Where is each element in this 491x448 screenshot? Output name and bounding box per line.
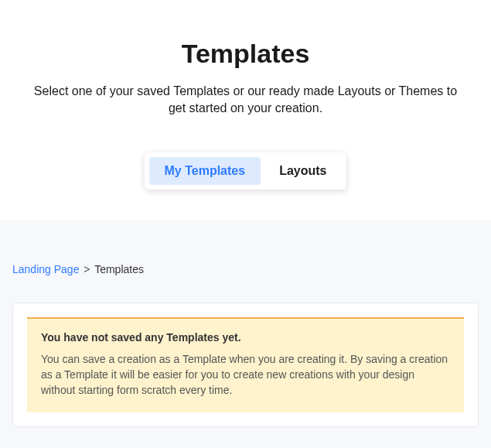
page-subtitle: Select one of your saved Templates or ou… bbox=[29, 83, 462, 118]
tab-my-templates[interactable]: My Templates bbox=[149, 157, 261, 185]
templates-card: You have not saved any Templates yet. Yo… bbox=[12, 303, 479, 427]
tab-layouts[interactable]: Layouts bbox=[264, 157, 342, 185]
empty-state-notice: You have not saved any Templates yet. Yo… bbox=[27, 317, 464, 412]
breadcrumb: Landing Page > Templates bbox=[12, 263, 479, 275]
tabs-container: My Templates Layouts bbox=[145, 152, 347, 190]
breadcrumb-link-landing-page[interactable]: Landing Page bbox=[12, 263, 79, 275]
breadcrumb-separator: > bbox=[84, 263, 90, 275]
notice-body: You can save a creation as a Template wh… bbox=[41, 351, 450, 398]
breadcrumb-current: Templates bbox=[94, 263, 144, 275]
header-section: Templates Select one of your saved Templ… bbox=[0, 0, 491, 221]
page-title: Templates bbox=[23, 39, 468, 69]
content-section: Landing Page > Templates You have not sa… bbox=[0, 221, 491, 448]
notice-title: You have not saved any Templates yet. bbox=[41, 331, 450, 344]
